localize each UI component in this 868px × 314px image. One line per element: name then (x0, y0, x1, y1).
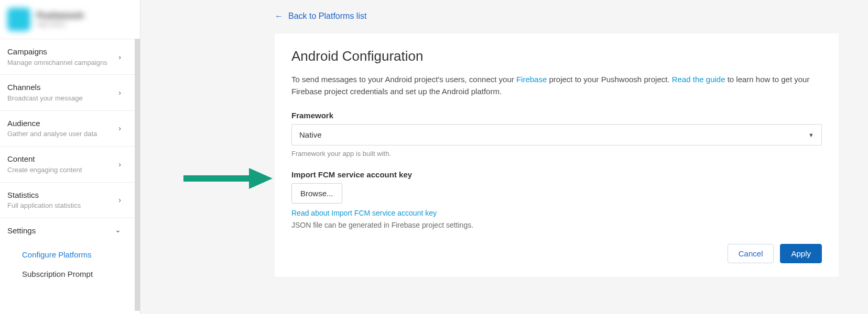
sidebar-subitem-label: Configure Platforms (22, 250, 92, 259)
fcm-field: Import FCM service account key Browse...… (291, 170, 822, 229)
chevron-right-icon: › (118, 160, 133, 169)
sidebar-item-subtitle: Broadcast your message (7, 94, 83, 103)
sidebar-item-audience[interactable]: Audience Gather and analyse user data › (0, 111, 140, 147)
framework-helper: Framework your app is built with. (291, 150, 822, 158)
sidebar-item-settings[interactable]: Settings ⌄ (0, 218, 140, 243)
back-link[interactable]: ← Back to Platforms list (170, 10, 366, 33)
read-guide-link[interactable]: Read the guide (672, 75, 725, 84)
apply-button[interactable]: Apply (780, 244, 822, 263)
caret-down-icon: ▼ (808, 132, 814, 138)
sidebar-item-label: Campaigns (7, 47, 107, 57)
framework-field: Framework Native ▼ Framework your app is… (291, 111, 822, 158)
config-card: Android Configuration To send messages t… (275, 33, 839, 277)
fcm-read-link[interactable]: Read about Import FCM service account ke… (291, 209, 437, 217)
sidebar-item-label: Settings (7, 226, 36, 236)
cancel-button[interactable]: Cancel (728, 244, 774, 263)
app-icon (7, 8, 30, 31)
sidebar-item-label: Channels (7, 82, 83, 93)
sidebar-header: Pushwoosh App name (0, 0, 140, 39)
desc-text: To send messages to your Android project… (291, 75, 516, 84)
back-link-label: Back to Platforms list (288, 12, 366, 21)
framework-value: Native (299, 130, 322, 139)
sidebar-item-content[interactable]: Content Create engaging content › (0, 147, 140, 182)
sidebar-subitem-subscription-prompt[interactable]: Subscription Prompt (15, 264, 140, 284)
form-actions: Cancel Apply (291, 244, 822, 263)
sidebar-subitem-label: Subscription Prompt (22, 270, 93, 278)
sidebar-subitems: Configure Platforms Subscription Prompt (0, 243, 140, 291)
browse-button[interactable]: Browse... (291, 183, 342, 204)
sidebar-items: ▲ Campaigns Manage omnichannel campaigns… (0, 39, 140, 291)
sidebar-item-label: Content (7, 154, 82, 164)
sidebar-scrollbar[interactable] (135, 39, 140, 311)
sidebar-subitem-configure-platforms[interactable]: Configure Platforms (15, 245, 140, 264)
fcm-helper: JSON file can be generated in Firebase p… (291, 221, 822, 229)
sidebar-item-subtitle: Manage omnichannel campaigns (7, 59, 107, 68)
main-content: ← Back to Platforms list Android Configu… (140, 0, 868, 314)
page-description: To send messages to your Android project… (291, 74, 822, 97)
chevron-right-icon: › (118, 53, 133, 61)
firebase-link[interactable]: Firebase (516, 75, 547, 84)
app-subtitle: App name (37, 20, 84, 28)
sidebar-item-campaigns[interactable]: Campaigns Manage omnichannel campaigns › (0, 39, 140, 75)
arrow-left-icon: ← (275, 12, 283, 21)
sidebar-item-label: Statistics (7, 190, 81, 200)
chevron-right-icon: › (118, 88, 133, 97)
fcm-label: Import FCM service account key (291, 170, 822, 179)
sidebar-item-channels[interactable]: Channels Broadcast your message › (0, 75, 140, 110)
sidebar-item-subtitle: Gather and analyse user data (7, 130, 97, 139)
sidebar-item-subtitle: Create engaging content (7, 166, 82, 175)
sidebar-item-statistics[interactable]: Statistics Full application statistics › (0, 183, 140, 218)
framework-label: Framework (291, 111, 822, 120)
page-title: Android Configuration (291, 48, 822, 64)
framework-select[interactable]: Native ▼ (291, 124, 822, 145)
sidebar: Pushwoosh App name ▲ Campaigns Manage om… (0, 0, 140, 314)
chevron-right-icon: › (118, 124, 133, 132)
desc-text: project to your Pushwoosh project. (547, 75, 671, 84)
chevron-right-icon: › (118, 196, 133, 204)
app-name-block: Pushwoosh App name (37, 11, 84, 28)
sidebar-item-label: Audience (7, 118, 97, 129)
chevron-down-icon: ⌄ (115, 226, 133, 234)
app-name: Pushwoosh (37, 11, 84, 20)
sidebar-item-subtitle: Full application statistics (7, 201, 81, 210)
